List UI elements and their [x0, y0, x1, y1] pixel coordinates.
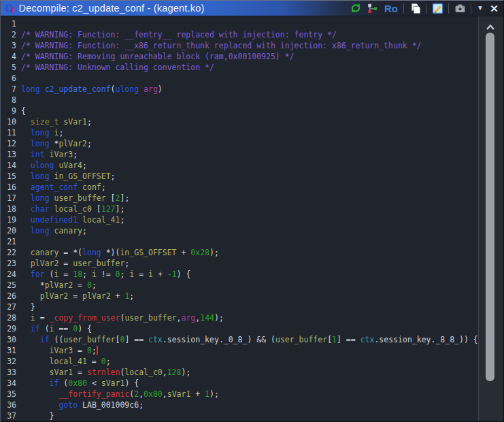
line-number: 26 — [3, 291, 16, 302]
code-line[interactable]: 14 ulong uVar4; — [1, 160, 479, 171]
code-line[interactable]: 35 __fortify_panic(2,0x80,sVar1 + 1); — [1, 389, 479, 400]
code-line-text[interactable]: { — [21, 106, 26, 116]
dropdown-button[interactable]: ▼ — [476, 2, 484, 14]
code-line-text[interactable]: canary = *(long *)(in_GS_OFFSET + 0x28); — [21, 247, 219, 258]
edit-button[interactable] — [431, 2, 443, 14]
code-line-text[interactable]: undefined1 local_41; — [21, 214, 124, 225]
code-line-text[interactable]: long i; — [21, 127, 63, 138]
code-line[interactable]: 22 canary = *(long *)(in_GS_OFFSET + 0x2… — [1, 247, 479, 258]
code-line-text[interactable]: /* WARNING: Function: __x86_return_thunk… — [21, 40, 422, 51]
code-line[interactable]: 6 — [1, 73, 479, 84]
code-line[interactable]: 19 undefined1 local_41; — [1, 214, 479, 225]
code-line[interactable]: 34 if (0x80 < sVar1) { — [1, 378, 479, 389]
line-number: 29 — [3, 323, 16, 334]
vertical-scrollbar[interactable] — [478, 16, 503, 421]
line-number: 13 — [3, 149, 16, 160]
code-line[interactable]: 27 } — [1, 302, 479, 312]
code-line[interactable]: 11 long i; — [1, 127, 479, 138]
camera-icon — [454, 3, 466, 14]
line-number: 14 — [3, 160, 16, 171]
line-number: 22 — [3, 247, 16, 258]
code-line[interactable]: 5/* WARNING: Unknown calling convention … — [1, 62, 479, 73]
code-line-text[interactable]: long in_GS_OFFSET; — [21, 171, 116, 182]
code-line-text[interactable]: goto LAB_001009c6; — [21, 400, 144, 410]
code-line-text[interactable]: long *plVar2; — [21, 138, 92, 149]
code-line-text[interactable]: char local_c0 [127]; — [21, 204, 124, 214]
code-line-text[interactable]: sVar1 = strnlen(local_c0,128); — [21, 367, 190, 378]
code-line[interactable]: 4/* WARNING: Removing unreachable block … — [1, 51, 479, 62]
code-line-text[interactable]: plVar2 = user_buffer; — [21, 258, 129, 269]
code-line[interactable]: 31 iVar3 = 0; — [1, 345, 479, 356]
code-line[interactable]: 36 goto LAB_001009c6; — [1, 400, 479, 410]
code-line[interactable]: 28 i = _copy_from_user(user_buffer,arg,1… — [1, 312, 479, 323]
code-line[interactable]: 16 agent_conf conf; — [1, 182, 479, 193]
code-line-text[interactable]: /* WARNING: Removing unreachable block (… — [21, 51, 295, 62]
code-line[interactable]: 24 for (i = 18; i != 0; i = i + -1) { — [1, 269, 479, 280]
refresh-button[interactable] — [350, 2, 362, 14]
code-line[interactable]: 25 *plVar2 = 0; — [1, 280, 479, 291]
code-line[interactable]: 1 — [1, 18, 479, 29]
refresh-icon — [350, 3, 361, 14]
scrollbar-thumb[interactable] — [486, 33, 494, 381]
code-line-text[interactable]: /* WARNING: Unknown calling convention *… — [21, 62, 214, 73]
code-line[interactable]: 18 char local_c0 [127]; — [1, 204, 479, 214]
code-line[interactable]: 32 local_41 = 0; — [1, 356, 479, 367]
code-line[interactable]: 37 } — [1, 410, 479, 421]
line-number: 23 — [3, 258, 16, 269]
line-number: 1 — [3, 18, 16, 29]
code-line-text[interactable]: iVar3 = 0; — [21, 345, 98, 356]
code-line-text[interactable]: __fortify_panic(2,0x80,sVar1 + 1); — [21, 389, 219, 400]
code-line[interactable]: 13 int iVar3; — [1, 149, 479, 160]
code-line-text[interactable]: if (i == 0) { — [21, 323, 92, 334]
code-line-text[interactable]: int iVar3; — [21, 149, 78, 160]
code-line-text[interactable]: long canary; — [21, 225, 87, 236]
code-line-text[interactable]: } — [21, 302, 35, 312]
code-line[interactable]: 7long c2_update_conf(ulong arg) — [1, 84, 479, 95]
code-line-text[interactable]: /* WARNING: Function: __fentry__ replace… — [21, 29, 337, 40]
code-line[interactable]: 17 long user_buffer [2]; — [1, 193, 479, 204]
graph-button[interactable] — [367, 2, 379, 14]
decompiler-editor: 12/* WARNING: Function: __fentry__ repla… — [1, 16, 503, 421]
line-number: 35 — [3, 389, 16, 400]
line-number: 6 — [3, 73, 16, 84]
code-line[interactable]: 30 if ((user_buffer[0] == ctx.session_ke… — [1, 334, 479, 345]
code-line[interactable]: 12 long *plVar2; — [1, 138, 479, 149]
code-line[interactable]: 26 plVar2 = plVar2 + 1; — [1, 291, 479, 302]
code-line-text[interactable]: ulong uVar4; — [21, 160, 87, 171]
code-line-text[interactable]: } — [21, 410, 54, 421]
code-line-text[interactable]: if (0x80 < sVar1) { — [21, 378, 139, 389]
code-line-text[interactable]: size_t sVar1; — [21, 116, 92, 127]
code-line[interactable]: 33 sVar1 = strnlen(local_c0,128); — [1, 367, 479, 378]
line-number: 20 — [3, 225, 16, 236]
code-line[interactable]: 21 — [1, 236, 479, 247]
edit-icon — [432, 3, 443, 14]
line-number: 19 — [3, 214, 16, 225]
close-button[interactable]: ✕ — [489, 2, 499, 14]
code-line[interactable]: 9{ — [1, 106, 479, 116]
code-line[interactable]: 8 — [1, 95, 479, 106]
code-line[interactable]: 23 plVar2 = user_buffer; — [1, 258, 479, 269]
code-line[interactable]: 29 if (i == 0) { — [1, 323, 479, 334]
code-line-text[interactable]: i = _copy_from_user(user_buffer,arg,144)… — [21, 312, 224, 323]
copy-button[interactable] — [409, 2, 421, 14]
code-line-text[interactable]: long user_buffer [2]; — [21, 193, 129, 204]
code-line[interactable]: 2/* WARNING: Function: __fentry__ replac… — [1, 29, 479, 40]
code-line[interactable]: 20 long canary; — [1, 225, 479, 236]
code-line-text[interactable]: *plVar2 = 0; — [21, 280, 97, 291]
scroll-up-button[interactable] — [485, 22, 496, 30]
code-line-text[interactable]: local_41 = 0; — [21, 356, 111, 367]
ro-button[interactable]: Ro — [384, 2, 399, 14]
snapshot-button[interactable] — [454, 2, 466, 14]
code-line-text[interactable]: if ((user_buffer[0] == ctx.session_key._… — [21, 334, 478, 345]
code-line-text[interactable]: agent_conf conf; — [21, 182, 106, 193]
code-line[interactable]: 15 long in_GS_OFFSET; — [1, 171, 479, 182]
code-line-text[interactable]: for (i = 18; i != 0; i = i + -1) { — [21, 269, 190, 280]
code-line[interactable]: 10 size_t sVar1; — [1, 116, 479, 127]
code-line-text[interactable]: plVar2 = plVar2 + 1; — [21, 291, 134, 302]
code-area[interactable]: 12/* WARNING: Function: __fentry__ repla… — [1, 16, 479, 421]
code-line-text[interactable]: long c2_update_conf(ulong arg) — [21, 84, 163, 95]
line-number: 4 — [3, 51, 16, 62]
title-bar[interactable]: Cf Decompile: c2_update_conf - (kagent.k… — [1, 1, 503, 16]
line-number: 7 — [3, 84, 16, 95]
code-line[interactable]: 3/* WARNING: Function: __x86_return_thun… — [1, 40, 479, 51]
